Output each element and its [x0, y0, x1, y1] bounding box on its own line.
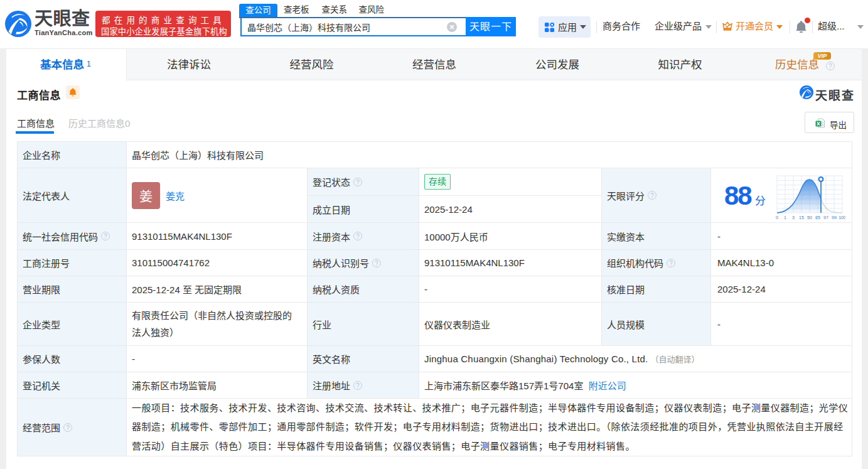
svg-text:50: 50	[807, 215, 812, 220]
svg-text:3: 3	[792, 215, 795, 220]
svg-text:85: 85	[815, 215, 820, 220]
svg-text:15: 15	[799, 215, 804, 220]
svg-text:97: 97	[823, 215, 828, 220]
svg-text:99: 99	[832, 215, 837, 220]
svg-text:1: 1	[784, 215, 786, 220]
svg-text:100: 100	[839, 215, 845, 220]
svg-text:0: 0	[776, 215, 778, 220]
